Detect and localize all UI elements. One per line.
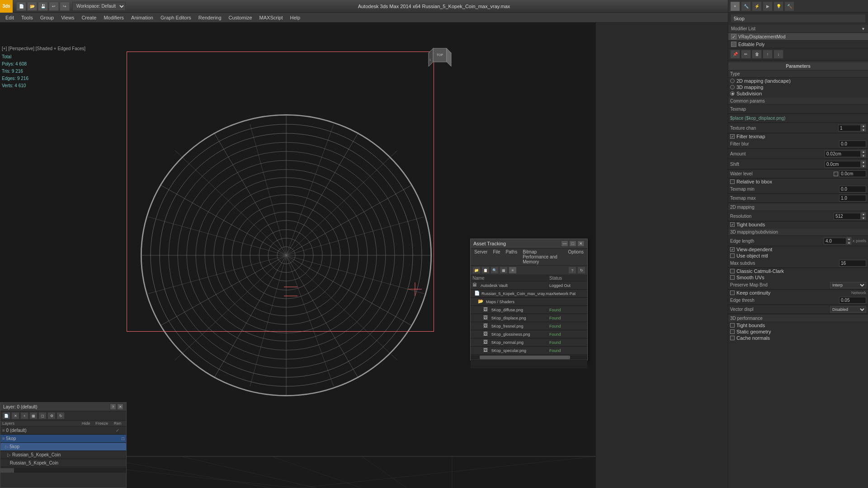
utilities-panel-btn[interactable]: 🔨	[784, 1, 794, 11]
motion-panel-btn[interactable]: ▶	[763, 1, 773, 11]
layer-help-btn[interactable]: ?	[110, 404, 116, 410]
classic-catmull-row[interactable]: Classic Catmull-Clark	[728, 268, 868, 274]
menu-maxscript[interactable]: MAXScript	[256, 14, 287, 21]
expand-btn[interactable]: ✏	[741, 50, 751, 59]
menu-customize[interactable]: Customize	[225, 14, 256, 21]
asset-minimize-btn[interactable]: —	[561, 240, 568, 247]
shift-input[interactable]	[825, 161, 861, 168]
edge-thresh-input[interactable]	[839, 297, 866, 304]
layer-hscroll[interactable]	[0, 467, 126, 473]
asset-menu-options[interactable]: Options	[566, 249, 586, 265]
relative-bbox-row[interactable]: Relative to bbox	[728, 178, 868, 185]
asset-row-specular[interactable]: 🖼 5Kop_specular.png Found	[471, 347, 587, 355]
layer-scroll-thumb[interactable]	[0, 468, 14, 473]
edge-length-spinner[interactable]: ▲ ▼	[846, 237, 852, 245]
asset-row-diffuse[interactable]: 🖼 5Kop_diffuse.png Found	[471, 306, 587, 314]
layer-row-default[interactable]: ≡ 0 (default) ✓	[0, 427, 126, 435]
asset-row-vault[interactable]: 🏛 Autodesk Vault Logged Out	[471, 282, 587, 290]
asset-row-glossiness[interactable]: 🖼 5Kop_glossiness.png Found	[471, 330, 587, 338]
workspace-select[interactable]: Workspace: Default	[72, 2, 126, 11]
mod-checkbox-vray[interactable]: ✓	[731, 34, 736, 39]
asset-tb-3[interactable]: 🔍	[491, 267, 499, 274]
tight-bounds-row[interactable]: Tight bounds	[728, 221, 868, 228]
layer-row-5kop[interactable]: ≡ 5kop □	[0, 435, 126, 443]
layer-close-btn[interactable]: ✕	[117, 404, 123, 410]
viewport-cube[interactable]: TOP L	[426, 46, 453, 73]
static-geo-cb[interactable]	[730, 329, 735, 334]
cache-normals-cb[interactable]	[730, 336, 735, 340]
asset-close-btn[interactable]: ✕	[577, 240, 585, 247]
tight-bounds2-row[interactable]: Tight bounds	[728, 322, 868, 328]
radio-3d-circle[interactable]	[730, 85, 735, 89]
layer-all-btn[interactable]: ◻	[38, 412, 47, 419]
classic-catmull-cb[interactable]	[730, 269, 735, 273]
keep-continuity-row[interactable]: Keep continuity Network	[728, 290, 868, 296]
el-spin-down[interactable]: ▼	[846, 241, 852, 245]
modifier-entry-edpoly[interactable]: Editable Poly	[728, 41, 868, 48]
smooth-uvs-cb[interactable]	[730, 275, 735, 280]
layer-opts-btn[interactable]: ⚙	[47, 412, 56, 419]
spin-down[interactable]: ▼	[861, 128, 866, 132]
menu-edit[interactable]: Edit	[2, 14, 18, 21]
spin-up[interactable]: ▲	[861, 124, 866, 128]
redo-btn[interactable]: ↪	[60, 2, 70, 11]
texture-chan-input[interactable]	[838, 125, 861, 131]
asset-row-fresnel[interactable]: 🖼 5Kop_fresnel.png Found	[471, 322, 587, 330]
pin-btn[interactable]: 📌	[730, 50, 740, 59]
filter-blur-input[interactable]	[839, 141, 866, 147]
asset-menu-file[interactable]: File	[490, 249, 503, 265]
new-btn[interactable]: 📄	[16, 2, 26, 11]
res-spin-up[interactable]: ▲	[861, 212, 866, 216]
asset-maximize-btn[interactable]: □	[569, 240, 576, 247]
amount-spin-up[interactable]: ▲	[861, 150, 866, 154]
shift-spin-up[interactable]: ▲	[861, 160, 866, 164]
save-btn[interactable]: 💾	[38, 2, 48, 11]
asset-tb-5[interactable]: ≡	[509, 267, 517, 274]
up-btn[interactable]: ↑	[763, 50, 773, 59]
resolution-input[interactable]	[834, 213, 861, 220]
delete-mod-btn[interactable]: 🗑	[752, 50, 762, 59]
max-subdivs-input[interactable]	[839, 260, 866, 267]
view-dependent-row[interactable]: View-dependent	[728, 246, 868, 253]
asset-row-normal[interactable]: 🖼 5Kop_normal.png Found	[471, 338, 587, 347]
asset-tb-2[interactable]: 📋	[481, 267, 490, 274]
preserve-map-select[interactable]: Interp Smooth	[830, 282, 866, 288]
asset-menu-bitmap[interactable]: Bitmap Performance and Memory	[520, 249, 565, 265]
resolution-spinner[interactable]: ▲ ▼	[861, 212, 866, 220]
menu-modifiers[interactable]: Modifiers	[100, 14, 127, 21]
hierarchy-panel-btn[interactable]: ⚡	[752, 1, 762, 11]
layer-row-coin2[interactable]: ▷ Russian_5_Kopek_Coin	[0, 451, 126, 459]
display-panel-btn[interactable]: 💡	[774, 1, 783, 11]
modify-panel-btn[interactable]: 🔧	[741, 1, 751, 11]
asset-tb-refresh[interactable]: ↻	[577, 267, 585, 274]
amount-spin-down[interactable]: ▼	[861, 154, 866, 158]
mod-checkbox-edpoly[interactable]	[731, 42, 736, 47]
modifier-entry-vray[interactable]: ✓ VRayDisplacementMod	[728, 33, 868, 41]
menu-views[interactable]: Views	[57, 14, 78, 21]
asset-scrollbar[interactable]	[471, 355, 587, 359]
el-spin-up[interactable]: ▲	[846, 237, 852, 241]
radio-3d-mapping[interactable]: 3D mapping	[728, 84, 868, 90]
down-btn[interactable]: ↓	[774, 50, 783, 59]
edge-length-input[interactable]	[824, 238, 846, 244]
radio-2d-circle[interactable]	[730, 79, 735, 83]
tight-bounds2-cb[interactable]	[730, 323, 735, 328]
radio-subdivision[interactable]: Subdivision	[728, 90, 868, 97]
filter-texmap-cb[interactable]	[730, 134, 735, 139]
tight-bounds-cb[interactable]	[730, 222, 735, 227]
layer-row-russian-coin[interactable]: ▷ 5kop	[0, 443, 126, 451]
open-btn[interactable]: 📂	[27, 2, 37, 11]
amount-input[interactable]	[825, 150, 861, 157]
vector-displ-select[interactable]: Disabled Object Tangent	[830, 306, 866, 313]
asset-menu-paths[interactable]: Paths	[503, 249, 520, 265]
texmap-max-input[interactable]	[839, 195, 866, 202]
asset-scroll-thumb[interactable]	[480, 356, 570, 359]
layer-delete-btn[interactable]: ✕	[11, 412, 19, 419]
undo-btn[interactable]: ↩	[49, 2, 59, 11]
asset-row-maxfile[interactable]: 📄 Russian_5_Kopek_Coin_max_vray.max Netw…	[471, 290, 587, 298]
radio-subdiv-circle[interactable]	[730, 91, 735, 96]
relative-bbox-cb[interactable]	[730, 179, 735, 184]
menu-animation[interactable]: Animation	[127, 14, 157, 21]
menu-help[interactable]: Help	[287, 14, 304, 21]
layer-new-btn[interactable]: 📄	[2, 412, 10, 419]
